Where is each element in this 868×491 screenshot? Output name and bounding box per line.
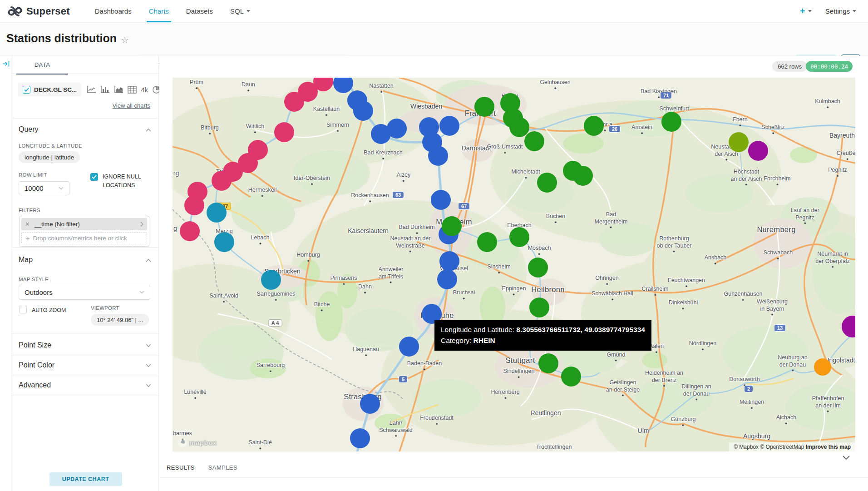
road-shield: 2	[744, 385, 753, 392]
viz-type-selected[interactable]: DECK.GL SC...	[18, 83, 81, 96]
filter-drop-zone[interactable]: + Drop columns/metrics here or click	[21, 232, 147, 244]
map-point[interactable]	[442, 216, 462, 236]
map-point[interactable]	[529, 298, 549, 317]
row-limit-select[interactable]: 10000	[19, 181, 69, 195]
map-point[interactable]	[537, 173, 557, 193]
advanced-section[interactable]: Advanced	[19, 381, 51, 389]
map-label: Bitche	[314, 301, 330, 311]
map-point[interactable]	[180, 221, 200, 241]
map-label: Heilbronn	[531, 285, 564, 294]
map-point[interactable]	[360, 394, 380, 414]
row-count-badge: 662 rows	[772, 61, 807, 72]
tab-results[interactable]: RESULTS	[167, 464, 195, 471]
map-point[interactable]	[274, 122, 294, 142]
mapbox-logo[interactable]: mapbox	[177, 437, 217, 448]
map-label: Sindelfingen	[503, 368, 535, 378]
tab-data[interactable]: DATA	[13, 56, 72, 74]
viewport-value-pill[interactable]: 10° 24' 49.86" | ...	[91, 314, 149, 326]
map-point[interactable]	[399, 337, 419, 357]
map-label: Meitingen	[740, 399, 764, 409]
map-point[interactable]	[284, 92, 304, 112]
map-point[interactable]	[353, 101, 373, 121]
map-point[interactable]	[437, 269, 457, 289]
table-icon[interactable]	[128, 86, 137, 94]
tab-samples[interactable]: SAMPLES	[208, 464, 237, 471]
nav-item-datasets[interactable]: Datasets	[178, 0, 222, 22]
map-point[interactable]	[573, 166, 593, 186]
area-chart-icon[interactable]	[114, 85, 123, 94]
update-chart-button[interactable]: UPDATE CHART	[49, 472, 122, 486]
superset-logo[interactable]: Superset	[0, 0, 74, 22]
view-all-charts-link[interactable]: View all charts	[112, 102, 150, 109]
expand-point-color-icon[interactable]	[146, 364, 151, 367]
map-point[interactable]	[207, 203, 227, 223]
map-point[interactable]	[184, 195, 204, 215]
map-point[interactable]	[261, 270, 281, 290]
map-point[interactable]	[661, 112, 681, 132]
settings-menu[interactable]: Settings	[825, 7, 856, 15]
map-attribution[interactable]: © Mapbox © OpenStreetMap Improve this ma…	[729, 442, 855, 451]
bar-chart-icon[interactable]	[100, 85, 110, 94]
map-label: Bad Mergentheim	[595, 211, 628, 228]
map-point[interactable]	[528, 258, 548, 278]
nav-item-sql[interactable]: SQL	[222, 0, 259, 22]
map-label: Crailsheim	[641, 286, 668, 296]
top-navbar: Superset Dashboards Charts Datasets SQL …	[0, 0, 868, 23]
map-point[interactable]	[350, 428, 370, 448]
map-point[interactable]	[439, 116, 459, 136]
collapse-map-icon[interactable]	[146, 258, 151, 262]
nav-item-dashboards[interactable]: Dashboards	[86, 0, 140, 22]
map-point[interactable]	[524, 131, 544, 151]
map-label: Ulm	[638, 427, 649, 435]
map-canvas[interactable]: PrümDaunNastättenGelnhausenBad Kissingen…	[173, 78, 855, 451]
map-label: Öhringen	[595, 275, 618, 285]
collapse-results-icon[interactable]	[843, 456, 850, 460]
map-point[interactable]	[748, 141, 768, 161]
map-tooltip: Longitude and Latitude: 8.30556376651173…	[434, 320, 651, 351]
map-label: Freudenstadt	[420, 415, 454, 425]
road-shield: A 4	[268, 319, 282, 327]
map-point[interactable]	[439, 251, 459, 271]
map-point[interactable]	[214, 232, 234, 252]
map-point[interactable]	[584, 116, 604, 136]
road-shield: 26	[609, 125, 621, 133]
map-point[interactable]	[814, 358, 831, 376]
remove-filter-icon[interactable]: ✕	[25, 221, 30, 228]
big-number-icon[interactable]: 4k	[141, 86, 148, 94]
map-label: Dillingen an der Donau	[681, 383, 711, 400]
longlat-label: LONGITUDE & LATITUDE	[19, 143, 82, 149]
map-label: Bitburg	[201, 124, 219, 134]
expand-point-size-icon[interactable]	[146, 344, 151, 347]
map-point[interactable]	[477, 232, 497, 252]
map-point[interactable]	[212, 171, 232, 191]
longlat-value-pill[interactable]: longitude | latitude	[19, 151, 80, 163]
map-point[interactable]	[561, 367, 581, 387]
auto-zoom-checkbox[interactable]	[19, 306, 27, 313]
point-color-section[interactable]: Point Color	[19, 361, 54, 369]
map-point[interactable]	[428, 146, 448, 166]
page-title: Stations distribution	[6, 32, 117, 45]
panel-tabbar: DATA	[13, 56, 158, 74]
map-label: Daun	[242, 81, 255, 91]
nav-item-charts[interactable]: Charts	[140, 0, 178, 22]
expand-panel-icon[interactable]	[2, 60, 10, 67]
filter-item-time[interactable]: ✕ __time (No filter)	[21, 218, 147, 230]
map-label: Sinsheim	[487, 263, 510, 273]
map-point[interactable]	[509, 117, 529, 137]
map-label: Geislingen an der Steige	[606, 379, 640, 396]
expand-advanced-icon[interactable]	[146, 384, 151, 387]
point-size-section[interactable]: Point Size	[19, 341, 51, 349]
line-chart-icon[interactable]	[87, 85, 96, 94]
new-item-button[interactable]: +	[800, 6, 812, 16]
map-point[interactable]	[431, 190, 451, 210]
map-style-select[interactable]: Outdoors	[19, 285, 150, 300]
map-point[interactable]	[538, 353, 558, 373]
row-limit-label: ROW LIMIT	[19, 172, 47, 178]
map-point[interactable]	[474, 97, 494, 117]
collapse-query-icon[interactable]	[146, 128, 151, 132]
map-point[interactable]	[387, 119, 407, 139]
map-point[interactable]	[509, 227, 529, 247]
map-point[interactable]	[729, 132, 749, 152]
ignore-null-checkbox[interactable]	[90, 173, 98, 181]
favorite-star-icon[interactable]: ☆	[121, 35, 129, 45]
